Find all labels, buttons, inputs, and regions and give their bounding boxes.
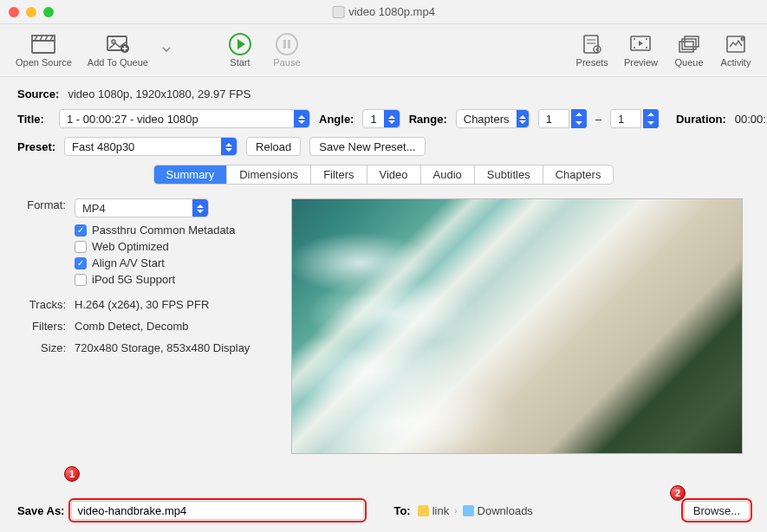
preset-select[interactable]: Fast 480p30 bbox=[64, 137, 237, 156]
activity-label: Activity bbox=[721, 57, 751, 68]
svg-marker-26 bbox=[639, 41, 643, 46]
destination-path[interactable]: link › Downloads bbox=[418, 504, 533, 517]
summary-left-pane: Format: MP4 ✓Passthru Common MetadataWeb… bbox=[24, 198, 267, 454]
activity-button[interactable]: i Activity bbox=[715, 29, 757, 69]
format-select[interactable]: MP4 bbox=[75, 198, 209, 217]
file-icon bbox=[332, 6, 344, 18]
checkbox[interactable]: ✓ bbox=[75, 224, 87, 237]
checkbox-label: iPod 5G Support bbox=[92, 273, 175, 286]
checkbox[interactable] bbox=[75, 274, 87, 286]
checkbox[interactable] bbox=[75, 241, 87, 253]
svg-point-22 bbox=[634, 38, 635, 40]
title-bar: video 1080p.mp4 bbox=[0, 0, 767, 24]
check-item: Web Optimized bbox=[75, 240, 267, 253]
tab-audio[interactable]: Audio bbox=[421, 165, 475, 184]
svg-line-4 bbox=[45, 36, 48, 41]
size-value: 720x480 Storage, 853x480 Display bbox=[75, 341, 267, 354]
preset-row: Preset: Fast 480p30 Reload Save New Pres… bbox=[17, 137, 750, 156]
preset-value: Fast 480p30 bbox=[72, 140, 214, 153]
title-row: Title: 1 - 00:00:27 - video 1080p Angle:… bbox=[17, 109, 750, 128]
svg-rect-16 bbox=[584, 36, 598, 53]
add-to-queue-label: Add To Queue bbox=[88, 57, 148, 68]
tab-video[interactable]: Video bbox=[367, 165, 421, 184]
window-title: video 1080p.mp4 bbox=[348, 5, 435, 18]
toolbar: Open Source Add To Queue Start Pause Pre… bbox=[0, 24, 767, 77]
video-preview-thumbnail bbox=[291, 198, 743, 454]
title-select[interactable]: 1 - 00:00:27 - video 1080p bbox=[59, 109, 310, 128]
angle-value: 1 bbox=[370, 113, 376, 126]
add-to-queue-dropdown[interactable] bbox=[159, 47, 174, 52]
range-from-input[interactable]: 1 bbox=[538, 109, 569, 128]
range-type-select[interactable]: Chapters bbox=[456, 109, 530, 128]
open-source-button[interactable]: Open Source bbox=[10, 29, 77, 69]
svg-point-24 bbox=[646, 38, 647, 40]
svg-rect-15 bbox=[288, 40, 290, 49]
svg-text:i: i bbox=[742, 36, 743, 42]
angle-select[interactable]: 1 bbox=[362, 109, 400, 128]
range-to-stepper[interactable] bbox=[643, 109, 659, 128]
presets-label: Presets bbox=[576, 57, 608, 68]
range-separator: – bbox=[595, 113, 601, 126]
checkbox[interactable]: ✓ bbox=[75, 257, 87, 269]
add-to-queue-button[interactable]: Add To Queue bbox=[82, 29, 153, 69]
queue-button[interactable]: Queue bbox=[668, 29, 710, 69]
svg-line-5 bbox=[50, 36, 53, 41]
start-label: Start bbox=[230, 57, 250, 68]
pause-icon bbox=[275, 32, 299, 56]
browse-button[interactable]: Browse... bbox=[684, 501, 750, 520]
zoom-window-button[interactable] bbox=[43, 7, 54, 17]
svg-marker-12 bbox=[237, 39, 245, 49]
window-controls bbox=[9, 7, 54, 17]
save-new-preset-button[interactable]: Save New Preset... bbox=[309, 137, 425, 156]
close-window-button[interactable] bbox=[9, 7, 19, 17]
check-item: iPod 5G Support bbox=[75, 273, 267, 286]
svg-rect-0 bbox=[32, 41, 55, 53]
preview-label: Preview bbox=[624, 57, 658, 68]
title-value: 1 - 00:00:27 - video 1080p bbox=[67, 113, 287, 126]
range-label: Range: bbox=[409, 113, 447, 126]
source-row: Source: video 1080p, 1920x1080, 29.97 FP… bbox=[17, 88, 750, 101]
checkbox-label: Passthru Common Metadata bbox=[92, 224, 235, 237]
pause-button[interactable]: Pause bbox=[266, 29, 308, 69]
svg-point-7 bbox=[112, 40, 115, 43]
tab-filters[interactable]: Filters bbox=[311, 165, 367, 184]
presets-button[interactable]: Presets bbox=[571, 29, 614, 69]
duration-label: Duration: bbox=[676, 113, 726, 126]
checkbox-label: Web Optimized bbox=[92, 240, 169, 253]
tracks-label: Tracks: bbox=[24, 298, 75, 311]
range-from-stepper[interactable] bbox=[571, 109, 587, 128]
svg-line-3 bbox=[40, 36, 42, 41]
preview-button[interactable]: Preview bbox=[619, 29, 663, 69]
start-button[interactable]: Start bbox=[219, 29, 261, 69]
check-item: ✓Align A/V Start bbox=[75, 256, 267, 269]
preset-label: Preset: bbox=[17, 140, 55, 153]
filters-value: Comb Detect, Decomb bbox=[75, 320, 267, 333]
folder-icon bbox=[463, 505, 474, 516]
content-area: Source: video 1080p, 1920x1080, 29.97 FP… bbox=[0, 77, 767, 471]
source-label: Source: bbox=[17, 88, 59, 101]
pause-label: Pause bbox=[273, 57, 300, 68]
tab-subtitles[interactable]: Subtitles bbox=[475, 165, 543, 184]
size-label: Size: bbox=[24, 341, 75, 354]
reload-button[interactable]: Reload bbox=[246, 137, 301, 156]
range-to-input[interactable]: 1 bbox=[610, 109, 641, 128]
document-gear-icon bbox=[581, 34, 603, 55]
clapperboard-icon bbox=[30, 34, 56, 55]
bottom-bar: Save As: To: link › Downloads Browse... bbox=[0, 489, 767, 532]
tab-dimensions[interactable]: Dimensions bbox=[227, 165, 311, 184]
save-as-input[interactable] bbox=[71, 501, 364, 520]
annotation-badge-1: 1 bbox=[64, 466, 80, 482]
preview-pane bbox=[291, 198, 743, 454]
open-source-label: Open Source bbox=[16, 57, 72, 68]
format-value: MP4 bbox=[82, 202, 185, 215]
queue-label: Queue bbox=[674, 57, 703, 68]
activity-icon: i bbox=[725, 34, 747, 55]
source-value: video 1080p, 1920x1080, 29.97 FPS bbox=[68, 88, 250, 101]
tab-chapters[interactable]: Chapters bbox=[543, 165, 614, 184]
chevron-right-icon: › bbox=[452, 506, 458, 516]
check-item: ✓Passthru Common Metadata bbox=[75, 224, 267, 237]
tab-summary[interactable]: Summary bbox=[154, 165, 228, 184]
minimize-window-button[interactable] bbox=[26, 7, 36, 17]
range-type-value: Chapters bbox=[464, 113, 510, 126]
svg-line-2 bbox=[35, 36, 37, 41]
